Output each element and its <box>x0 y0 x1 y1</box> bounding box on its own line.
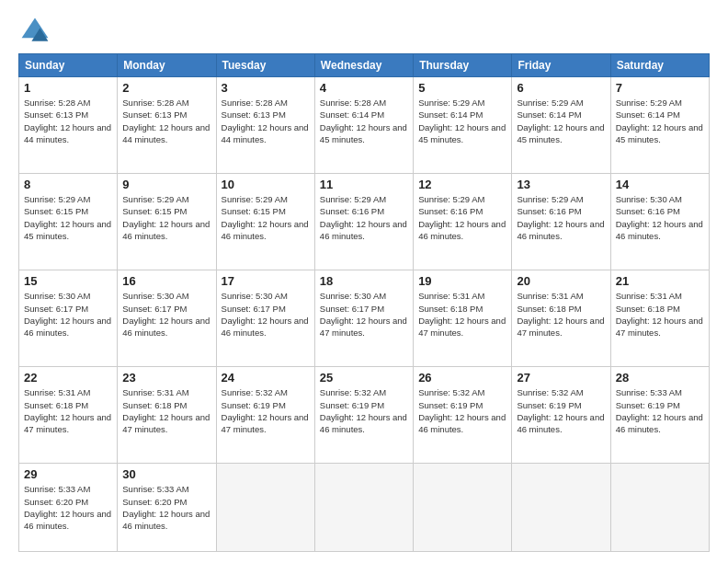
day-number: 26 <box>418 371 506 385</box>
calendar-cell: 11Sunrise: 5:29 AMSunset: 6:16 PMDayligh… <box>314 174 413 270</box>
day-number: 18 <box>320 274 408 288</box>
calendar-header-row: SundayMondayTuesdayWednesdayThursdayFrid… <box>19 54 710 77</box>
calendar-cell: 4Sunrise: 5:28 AMSunset: 6:14 PMDaylight… <box>314 77 413 174</box>
day-info: Sunrise: 5:33 AMSunset: 6:19 PMDaylight:… <box>616 386 704 435</box>
day-info: Sunrise: 5:32 AMSunset: 6:19 PMDaylight:… <box>517 386 605 435</box>
calendar-cell: 5Sunrise: 5:29 AMSunset: 6:14 PMDaylight… <box>414 77 512 174</box>
day-info: Sunrise: 5:29 AMSunset: 6:16 PMDaylight:… <box>517 193 605 242</box>
day-number: 20 <box>517 274 605 288</box>
calendar-cell: 17Sunrise: 5:30 AMSunset: 6:17 PMDayligh… <box>216 270 314 367</box>
day-info: Sunrise: 5:33 AMSunset: 6:20 PMDaylight:… <box>24 483 112 532</box>
day-info: Sunrise: 5:29 AMSunset: 6:15 PMDaylight:… <box>24 193 112 242</box>
day-number: 19 <box>418 274 506 288</box>
day-info: Sunrise: 5:29 AMSunset: 6:16 PMDaylight:… <box>320 193 408 242</box>
generalblue-logo-icon <box>18 15 51 48</box>
calendar-header-friday: Friday <box>512 54 610 77</box>
calendar-cell <box>512 464 610 552</box>
calendar-cell <box>314 464 413 552</box>
calendar-week-2: 8Sunrise: 5:29 AMSunset: 6:15 PMDaylight… <box>19 174 710 270</box>
calendar-cell: 22Sunrise: 5:31 AMSunset: 6:18 PMDayligh… <box>19 367 118 464</box>
day-info: Sunrise: 5:32 AMSunset: 6:19 PMDaylight:… <box>320 386 408 435</box>
day-info: Sunrise: 5:31 AMSunset: 6:18 PMDaylight:… <box>24 386 112 435</box>
calendar-cell: 2Sunrise: 5:28 AMSunset: 6:13 PMDaylight… <box>118 77 216 174</box>
day-number: 5 <box>418 81 506 95</box>
day-info: Sunrise: 5:32 AMSunset: 6:19 PMDaylight:… <box>418 386 506 435</box>
day-info: Sunrise: 5:30 AMSunset: 6:17 PMDaylight:… <box>122 290 210 339</box>
logo <box>18 15 55 48</box>
page: SundayMondayTuesdayWednesdayThursdayFrid… <box>0 0 728 563</box>
day-info: Sunrise: 5:32 AMSunset: 6:19 PMDaylight:… <box>222 386 310 435</box>
calendar-cell: 8Sunrise: 5:29 AMSunset: 6:15 PMDaylight… <box>19 174 118 270</box>
day-info: Sunrise: 5:29 AMSunset: 6:14 PMDaylight:… <box>517 97 605 145</box>
day-number: 27 <box>517 371 605 385</box>
day-number: 12 <box>418 178 506 191</box>
day-number: 8 <box>24 178 112 191</box>
day-number: 7 <box>616 81 704 95</box>
calendar-header-wednesday: Wednesday <box>314 54 413 77</box>
calendar-cell: 29Sunrise: 5:33 AMSunset: 6:20 PMDayligh… <box>19 464 118 552</box>
calendar-week-4: 22Sunrise: 5:31 AMSunset: 6:18 PMDayligh… <box>19 367 710 464</box>
calendar-week-3: 15Sunrise: 5:30 AMSunset: 6:17 PMDayligh… <box>19 270 710 367</box>
day-number: 25 <box>320 371 408 385</box>
day-number: 10 <box>222 178 310 191</box>
day-number: 4 <box>320 81 408 95</box>
calendar-header-saturday: Saturday <box>610 54 709 77</box>
calendar-cell: 7Sunrise: 5:29 AMSunset: 6:14 PMDaylight… <box>610 77 709 174</box>
calendar-cell: 23Sunrise: 5:31 AMSunset: 6:18 PMDayligh… <box>118 367 216 464</box>
day-info: Sunrise: 5:28 AMSunset: 6:13 PMDaylight:… <box>122 97 210 145</box>
day-info: Sunrise: 5:28 AMSunset: 6:13 PMDaylight:… <box>24 97 112 145</box>
day-info: Sunrise: 5:30 AMSunset: 6:17 PMDaylight:… <box>222 290 310 339</box>
calendar-cell: 13Sunrise: 5:29 AMSunset: 6:16 PMDayligh… <box>512 174 610 270</box>
day-info: Sunrise: 5:30 AMSunset: 6:17 PMDaylight:… <box>320 290 408 339</box>
day-number: 22 <box>24 371 112 385</box>
calendar-cell: 26Sunrise: 5:32 AMSunset: 6:19 PMDayligh… <box>414 367 512 464</box>
day-number: 24 <box>222 371 310 385</box>
day-info: Sunrise: 5:29 AMSunset: 6:14 PMDaylight:… <box>418 97 506 145</box>
calendar-cell: 18Sunrise: 5:30 AMSunset: 6:17 PMDayligh… <box>314 270 413 367</box>
calendar-cell: 19Sunrise: 5:31 AMSunset: 6:18 PMDayligh… <box>414 270 512 367</box>
day-number: 17 <box>222 274 310 288</box>
calendar-cell <box>610 464 709 552</box>
day-info: Sunrise: 5:29 AMSunset: 6:15 PMDaylight:… <box>122 193 210 242</box>
calendar-cell <box>216 464 314 552</box>
calendar-cell: 21Sunrise: 5:31 AMSunset: 6:18 PMDayligh… <box>610 270 709 367</box>
day-number: 16 <box>122 274 210 288</box>
day-number: 11 <box>320 178 408 191</box>
calendar-cell: 20Sunrise: 5:31 AMSunset: 6:18 PMDayligh… <box>512 270 610 367</box>
day-info: Sunrise: 5:30 AMSunset: 6:17 PMDaylight:… <box>24 290 112 339</box>
day-info: Sunrise: 5:29 AMSunset: 6:16 PMDaylight:… <box>418 193 506 242</box>
day-number: 3 <box>222 81 310 95</box>
day-number: 29 <box>24 467 112 481</box>
day-number: 2 <box>122 81 210 95</box>
day-number: 13 <box>517 178 605 191</box>
calendar-cell: 14Sunrise: 5:30 AMSunset: 6:16 PMDayligh… <box>610 174 709 270</box>
calendar-cell: 28Sunrise: 5:33 AMSunset: 6:19 PMDayligh… <box>610 367 709 464</box>
day-info: Sunrise: 5:31 AMSunset: 6:18 PMDaylight:… <box>616 290 704 339</box>
calendar-cell: 24Sunrise: 5:32 AMSunset: 6:19 PMDayligh… <box>216 367 314 464</box>
day-number: 23 <box>122 371 210 385</box>
calendar-cell: 12Sunrise: 5:29 AMSunset: 6:16 PMDayligh… <box>414 174 512 270</box>
calendar-cell: 15Sunrise: 5:30 AMSunset: 6:17 PMDayligh… <box>19 270 118 367</box>
day-info: Sunrise: 5:29 AMSunset: 6:15 PMDaylight:… <box>222 193 310 242</box>
day-number: 15 <box>24 274 112 288</box>
day-info: Sunrise: 5:33 AMSunset: 6:20 PMDaylight:… <box>122 483 210 532</box>
calendar-cell: 9Sunrise: 5:29 AMSunset: 6:15 PMDaylight… <box>118 174 216 270</box>
calendar-table: SundayMondayTuesdayWednesdayThursdayFrid… <box>18 53 710 552</box>
calendar-header-sunday: Sunday <box>19 54 118 77</box>
calendar-cell: 25Sunrise: 5:32 AMSunset: 6:19 PMDayligh… <box>314 367 413 464</box>
day-info: Sunrise: 5:28 AMSunset: 6:13 PMDaylight:… <box>222 97 310 145</box>
calendar-header-monday: Monday <box>118 54 216 77</box>
day-info: Sunrise: 5:31 AMSunset: 6:18 PMDaylight:… <box>122 386 210 435</box>
calendar-week-1: 1Sunrise: 5:28 AMSunset: 6:13 PMDaylight… <box>19 77 710 174</box>
calendar-cell: 10Sunrise: 5:29 AMSunset: 6:15 PMDayligh… <box>216 174 314 270</box>
day-number: 28 <box>616 371 704 385</box>
calendar-header-tuesday: Tuesday <box>216 54 314 77</box>
day-info: Sunrise: 5:28 AMSunset: 6:14 PMDaylight:… <box>320 97 408 145</box>
calendar-cell: 1Sunrise: 5:28 AMSunset: 6:13 PMDaylight… <box>19 77 118 174</box>
day-number: 9 <box>122 178 210 191</box>
day-info: Sunrise: 5:29 AMSunset: 6:14 PMDaylight:… <box>616 97 704 145</box>
day-number: 21 <box>616 274 704 288</box>
calendar-cell: 3Sunrise: 5:28 AMSunset: 6:13 PMDaylight… <box>216 77 314 174</box>
calendar-cell: 30Sunrise: 5:33 AMSunset: 6:20 PMDayligh… <box>118 464 216 552</box>
day-number: 1 <box>24 81 112 95</box>
